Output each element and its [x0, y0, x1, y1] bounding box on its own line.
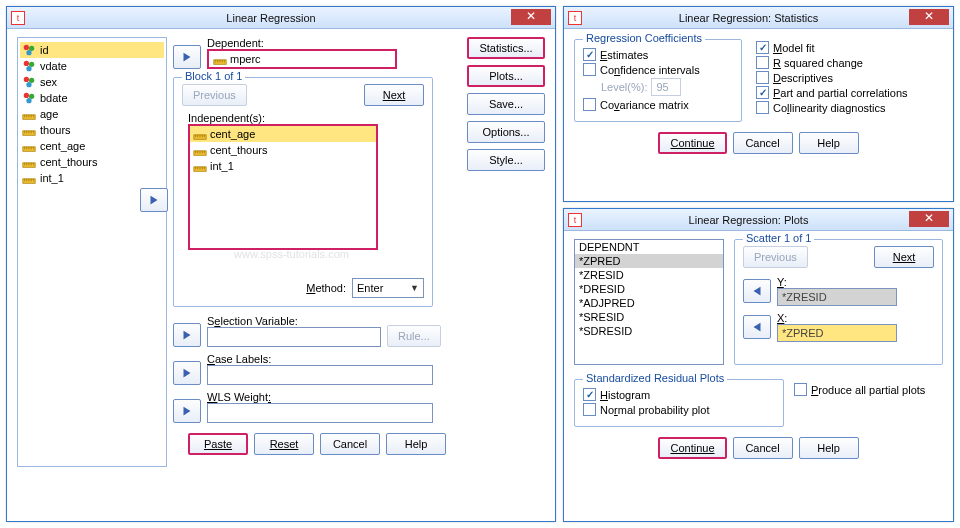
var-label: vdate [40, 60, 67, 72]
histogram-checkbox[interactable] [583, 388, 596, 401]
bottom-buttons: Continue Cancel Help [564, 132, 953, 162]
confidence-label: Confidence intervals [600, 64, 700, 76]
y-field[interactable]: *ZRESID [777, 288, 897, 306]
var-label: sex [40, 76, 57, 88]
plot-list-item[interactable]: *SRESID [575, 310, 723, 324]
var-item-cent_thours[interactable]: cent_thours [20, 154, 164, 170]
var-label: thours [40, 124, 71, 136]
estimates-label: Estimates [600, 49, 648, 61]
independent-item[interactable]: cent_thours [190, 142, 376, 158]
close-button[interactable]: ✕ [909, 9, 949, 25]
linear-regression-dialog: t Linear Regression ✕ idvdatesexbdateage… [6, 6, 556, 522]
scatter-legend: Scatter 1 of 1 [743, 232, 814, 244]
histogram-label: Histogram [600, 389, 650, 401]
var-item-vdate[interactable]: vdate [20, 58, 164, 74]
help-button[interactable]: Help [386, 433, 446, 455]
var-item-bdate[interactable]: bdate [20, 90, 164, 106]
watermark: www.spss-tutorials.com [234, 248, 349, 260]
plot-list-item[interactable]: *ZRESID [575, 268, 723, 282]
help-button[interactable]: Help [799, 132, 859, 154]
var-item-sex[interactable]: sex [20, 74, 164, 90]
srp-legend: Standardized Residual Plots [583, 372, 727, 384]
continue-button[interactable]: Continue [658, 437, 726, 459]
ruler-icon [22, 155, 36, 169]
r2-checkbox[interactable] [756, 56, 769, 69]
paste-button[interactable]: Paste [188, 433, 248, 455]
statistics-button[interactable]: Statistics... [467, 37, 545, 59]
var-item-int_1[interactable]: int_1 [20, 170, 164, 186]
covariance-checkbox[interactable] [583, 98, 596, 111]
titlebar: t Linear Regression ✕ [7, 7, 555, 29]
var-item-cent_age[interactable]: cent_age [20, 138, 164, 154]
plot-list-item[interactable]: *ADJPRED [575, 296, 723, 310]
continue-button[interactable]: Continue [658, 132, 726, 154]
titlebar: t Linear Regression: Statistics ✕ [564, 7, 953, 29]
app-icon: t [568, 11, 582, 25]
method-label: Method: [306, 282, 346, 294]
independents-label: Independent(s): [188, 112, 424, 124]
estimates-checkbox[interactable] [583, 48, 596, 61]
independent-label: int_1 [210, 160, 234, 172]
var-item-id[interactable]: id [20, 42, 164, 58]
independent-item[interactable]: cent_age [190, 126, 376, 142]
x-field[interactable]: *ZPRED [777, 324, 897, 342]
covariance-label: Covariance matrix [600, 99, 689, 111]
plot-list-item[interactable]: *DRESID [575, 282, 723, 296]
descriptives-label: Descriptives [773, 72, 833, 84]
modelfit-checkbox[interactable] [756, 41, 769, 54]
independent-item[interactable]: int_1 [190, 158, 376, 174]
case-labels-field[interactable] [207, 365, 433, 385]
help-button[interactable]: Help [799, 437, 859, 459]
move-to-caselabels-button[interactable] [173, 361, 201, 385]
var-item-age[interactable]: age [20, 106, 164, 122]
scatter-group: Scatter 1 of 1 Previous Next Y: *ZRESID … [734, 239, 943, 365]
selection-field[interactable] [207, 327, 381, 347]
var-label: age [40, 108, 58, 120]
plot-variables-list[interactable]: DEPENDNT*ZPRED*ZRESID*DRESID*ADJPRED*SRE… [574, 239, 724, 365]
style-button[interactable]: Style... [467, 149, 545, 171]
nominal-icon [22, 75, 36, 89]
previous-button: Previous [182, 84, 247, 106]
confidence-checkbox[interactable] [583, 63, 596, 76]
descriptives-checkbox[interactable] [756, 71, 769, 84]
save-button[interactable]: Save... [467, 93, 545, 115]
move-to-selection-button[interactable] [173, 323, 201, 347]
cancel-button[interactable]: Cancel [733, 437, 793, 459]
dependent-field[interactable]: mperc [207, 49, 397, 69]
cancel-button[interactable]: Cancel [733, 132, 793, 154]
cancel-button[interactable]: Cancel [320, 433, 380, 455]
move-to-y-button[interactable] [743, 279, 771, 303]
next-button[interactable]: Next [364, 84, 424, 106]
source-variable-list[interactable]: idvdatesexbdateagethourscent_agecent_tho… [17, 37, 167, 467]
options-button[interactable]: Options... [467, 121, 545, 143]
ruler-icon [22, 139, 36, 153]
all-partial-checkbox[interactable] [794, 383, 807, 396]
part-checkbox[interactable] [756, 86, 769, 99]
method-dropdown[interactable]: Enter ▼ [352, 278, 424, 298]
move-to-wls-button[interactable] [173, 399, 201, 423]
dialog-title: Linear Regression: Statistics [588, 12, 909, 24]
y-label: Y: [777, 276, 897, 288]
wls-field[interactable] [207, 403, 433, 423]
close-button[interactable]: ✕ [511, 9, 551, 25]
level-field: 95 [651, 78, 681, 96]
move-to-dependent-button[interactable] [173, 45, 201, 69]
ruler-icon [22, 171, 36, 185]
dialog-title: Linear Regression: Plots [588, 214, 909, 226]
plot-list-item[interactable]: DEPENDNT [575, 240, 723, 254]
plot-list-item[interactable]: *SDRESID [575, 324, 723, 338]
var-item-thours[interactable]: thours [20, 122, 164, 138]
collinearity-checkbox[interactable] [756, 101, 769, 114]
close-button[interactable]: ✕ [909, 211, 949, 227]
case-labels-label: Case Labels: [207, 353, 433, 365]
move-to-independents-button[interactable] [140, 188, 168, 212]
plot-list-item[interactable]: *ZPRED [575, 254, 723, 268]
independents-list[interactable]: cent_agecent_thoursint_1 [188, 124, 378, 250]
scatter-next-button[interactable]: Next [874, 246, 934, 268]
move-to-x-button[interactable] [743, 315, 771, 339]
normal-prob-checkbox[interactable] [583, 403, 596, 416]
var-label: id [40, 44, 49, 56]
reset-button[interactable]: Reset [254, 433, 314, 455]
scatter-previous-button: Previous [743, 246, 808, 268]
plots-button[interactable]: Plots... [467, 65, 545, 87]
